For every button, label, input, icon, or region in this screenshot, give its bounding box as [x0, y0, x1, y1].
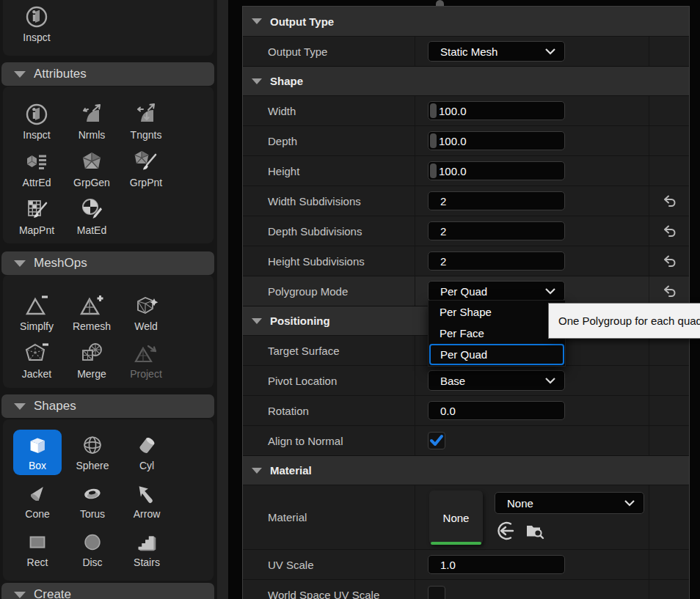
property-label: Depth Subdivisions: [243, 216, 415, 246]
tool-label: Inspct: [23, 129, 50, 141]
world-space-uv-scale-checkbox[interactable]: [428, 586, 445, 599]
tool-nrmls-button[interactable]: Nrmls: [68, 100, 116, 141]
pivot-location-dropdown[interactable]: Base: [428, 370, 565, 391]
tool-simplfy-button[interactable]: Simplfy: [12, 292, 61, 332]
reset-to-default-button[interactable]: [660, 221, 679, 240]
section-header-attributes[interactable]: Attributes: [1, 62, 214, 86]
depth-subdivisions-input[interactable]: 2: [428, 221, 565, 240]
use-selected-asset-button[interactable]: [495, 519, 518, 543]
inspect-icon: [23, 100, 51, 128]
tool-label: Sphere: [76, 460, 109, 471]
tool-label: Remesh: [73, 320, 111, 332]
slider-nub[interactable]: [430, 163, 437, 178]
property-label: Output Type: [243, 37, 415, 66]
tool-rect-button[interactable]: Rect: [13, 526, 62, 572]
tool-remesh-button[interactable]: Remesh: [68, 292, 116, 332]
tool-label: Jacket: [22, 368, 51, 380]
tool-project-button[interactable]: Project: [122, 339, 170, 380]
input-value: 1.0: [429, 559, 456, 571]
row-height-subdivisions: Height Subdivisions 2: [243, 246, 689, 276]
reset-to-default-button[interactable]: [660, 282, 679, 301]
tool-label: Torus: [80, 508, 105, 520]
dropdown-value: Static Mesh: [440, 45, 497, 58]
width-subdivisions-input[interactable]: 2: [428, 191, 565, 210]
expand-arrow-icon: [252, 18, 262, 24]
tool-tngnts-button[interactable]: Tngnts: [122, 100, 170, 141]
height-subdivisions-input[interactable]: 2: [428, 251, 565, 271]
rotation-input[interactable]: 0.0: [428, 401, 565, 420]
tool-merge-button[interactable]: Merge: [68, 339, 116, 380]
slider-nub[interactable]: [430, 133, 437, 148]
category-shape[interactable]: Shape: [243, 66, 689, 95]
left-panel-scrollbar-track[interactable]: [217, 0, 228, 599]
rect-icon: [25, 529, 50, 556]
tool-cone-button[interactable]: Cone: [13, 478, 62, 523]
expand-arrow-icon: [252, 318, 262, 324]
tool-grpgen-button[interactable]: GrpGen: [68, 148, 116, 188]
box-icon: [25, 433, 50, 459]
depth-input[interactable]: 100.0: [428, 131, 565, 150]
tool-label: Tngnts: [131, 129, 162, 141]
slider-nub[interactable]: [430, 103, 437, 118]
reset-to-default-button[interactable]: [660, 251, 679, 271]
tool-grppnt-button[interactable]: GrpPnt: [122, 148, 170, 188]
property-label: Height: [243, 156, 415, 185]
material-thumbnail[interactable]: None: [429, 490, 483, 545]
tool-sphere-button[interactable]: Sphere: [68, 430, 117, 475]
row-uv-scale: UV Scale 1.0: [243, 549, 689, 579]
tool-mated-button[interactable]: MatEd: [68, 196, 116, 236]
tool-mappnt-button[interactable]: MapPnt: [12, 196, 61, 236]
category-title: Material: [270, 464, 312, 477]
tool-label: AttrEd: [23, 177, 51, 188]
expand-arrow-icon: [14, 71, 26, 78]
section-header-create[interactable]: Create: [1, 583, 214, 599]
arrow-icon: [134, 481, 159, 507]
row-align-to-normal: Align to Normal: [243, 425, 689, 455]
tool-arrow-button[interactable]: Arrow: [123, 478, 171, 523]
tool-weld-button[interactable]: Weld: [122, 292, 170, 332]
tool-label: Stairs: [134, 556, 160, 568]
property-label: Material: [243, 485, 415, 549]
popup-option-per-face[interactable]: Per Face: [429, 323, 565, 344]
expand-arrow-icon: [14, 592, 26, 598]
reset-to-default-button[interactable]: [660, 191, 679, 210]
tool-attred-button[interactable]: AttrEd: [12, 148, 61, 188]
simplify-icon: [23, 292, 51, 320]
popup-option-per-shape[interactable]: Per Shape: [429, 301, 565, 323]
height-input[interactable]: 100.0: [428, 161, 565, 180]
dropdown-value: None: [507, 497, 533, 510]
tool-inspct-button[interactable]: Inspct: [12, 100, 61, 141]
tangents-icon: [132, 100, 160, 128]
section-header-meshops[interactable]: MeshOps: [1, 251, 214, 275]
align-to-normal-checkbox[interactable]: [428, 432, 445, 449]
popup-option-per-quad[interactable]: Per Quad: [429, 344, 564, 365]
tool-label: MapPnt: [19, 224, 54, 236]
tool-cyl-button[interactable]: Cyl: [123, 430, 171, 475]
use-selected-asset-icon: [496, 521, 517, 541]
width-input[interactable]: 100.0: [428, 101, 565, 120]
uv-scale-input[interactable]: 1.0: [428, 555, 565, 574]
tool-torus-button[interactable]: Torus: [68, 478, 117, 523]
input-value: 2: [429, 225, 446, 238]
category-material[interactable]: Material: [243, 455, 689, 485]
project-icon: [132, 339, 160, 367]
weld-icon: [132, 292, 160, 320]
row-width: Width 100.0: [243, 95, 689, 125]
category-output-type[interactable]: Output Type: [243, 7, 689, 36]
tool-stairs-button[interactable]: Stairs: [123, 526, 171, 572]
tool-box-button[interactable]: Box: [13, 430, 62, 475]
cyl-icon: [134, 433, 159, 459]
output-type-dropdown[interactable]: Static Mesh: [428, 41, 565, 62]
polygroup-mode-dropdown[interactable]: Per Quad: [428, 281, 565, 301]
material-dropdown[interactable]: None: [495, 492, 644, 514]
tool-inspct-top-button[interactable]: Inspct: [12, 3, 61, 43]
attredit-icon: [23, 148, 51, 176]
reset-arrow-icon: [661, 283, 677, 299]
row-pivot-location: Pivot Location Base: [243, 365, 689, 395]
tooltip: One Polygroup for each quad: [548, 303, 700, 339]
section-header-shapes[interactable]: Shapes: [1, 394, 214, 418]
tool-jacket-button[interactable]: Jacket: [12, 339, 61, 380]
tool-disc-button[interactable]: Disc: [68, 526, 117, 572]
tool-label: Project: [130, 368, 162, 380]
browse-to-asset-button[interactable]: [522, 519, 546, 543]
